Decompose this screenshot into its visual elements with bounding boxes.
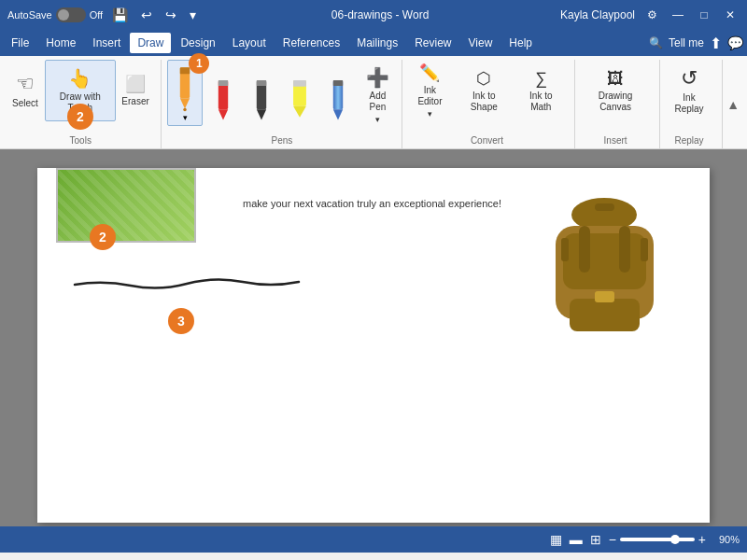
ink-replay-button[interactable]: ↺ Ink Replay bbox=[664, 60, 714, 121]
document-page: 2 make your next vacation truly an excep… bbox=[37, 168, 710, 523]
ink-editor-button[interactable]: ✏️ Ink Editor ▾ bbox=[406, 60, 453, 121]
badge-2: 2 bbox=[67, 104, 93, 130]
convert-group-label: Convert bbox=[406, 133, 567, 148]
menu-draw[interactable]: Draw bbox=[130, 33, 171, 53]
draw-with-touch-button[interactable]: 👆 Draw with Touch 2 bbox=[45, 60, 116, 121]
ink-to-shape-icon: ⬡ bbox=[476, 68, 491, 89]
zoom-plus-button[interactable]: + bbox=[698, 532, 706, 547]
backpack-svg bbox=[528, 187, 682, 350]
pen-1[interactable]: 1 ▾ bbox=[167, 60, 203, 126]
close-button[interactable]: ✕ bbox=[721, 6, 740, 24]
menu-design[interactable]: Design bbox=[173, 33, 222, 53]
svg-point-3 bbox=[184, 108, 187, 111]
ribbon: ☜ Select 👆 Draw with Touch 2 ⬜ Eraser To… bbox=[0, 56, 747, 149]
ink-to-shape-button[interactable]: ⬡ Ink to Shape bbox=[455, 60, 513, 121]
autosave-label: AutoSave bbox=[7, 9, 52, 21]
zoom-control: − + 90% bbox=[609, 532, 740, 547]
pens-items: 1 ▾ bbox=[167, 60, 396, 133]
menu-review[interactable]: Review bbox=[407, 33, 458, 53]
add-pen-button[interactable]: ➕ Add Pen ▾ bbox=[359, 64, 396, 126]
undo-icon[interactable]: ↩ bbox=[137, 6, 156, 24]
select-label: Select bbox=[12, 98, 38, 109]
eraser-icon: ⬜ bbox=[125, 74, 146, 94]
share-icon[interactable]: ⬆ bbox=[710, 35, 722, 52]
pen-2[interactable] bbox=[205, 70, 241, 126]
tell-me-label[interactable]: Tell me bbox=[669, 36, 704, 49]
menu-home[interactable]: Home bbox=[38, 33, 83, 53]
menu-mailings[interactable]: Mailings bbox=[349, 33, 405, 53]
pen-4-highlighter[interactable] bbox=[282, 70, 317, 126]
title-bar-left: AutoSave Off 💾 ↩ ↪ ▾ bbox=[7, 6, 200, 24]
view-icon-1[interactable]: ▦ bbox=[550, 532, 562, 547]
autosave-toggle[interactable] bbox=[56, 7, 86, 22]
step-3-badge: 3 bbox=[168, 308, 194, 334]
settings-icon[interactable]: ⚙ bbox=[642, 6, 661, 24]
svg-rect-18 bbox=[563, 233, 646, 289]
quick-access-more-icon[interactable]: ▾ bbox=[186, 6, 200, 24]
svg-rect-24 bbox=[641, 238, 648, 261]
pen-3[interactable] bbox=[244, 70, 279, 126]
maximize-button[interactable]: □ bbox=[695, 6, 713, 24]
pen-5[interactable] bbox=[320, 70, 356, 126]
select-icon: ☜ bbox=[16, 72, 35, 96]
replay-group-label: Replay bbox=[664, 133, 714, 148]
svg-marker-14 bbox=[333, 109, 343, 119]
autosave-state: Off bbox=[90, 9, 103, 21]
save-icon[interactable]: 💾 bbox=[108, 6, 132, 24]
svg-rect-6 bbox=[218, 80, 228, 86]
menu-references[interactable]: References bbox=[275, 33, 347, 53]
menu-help[interactable]: Help bbox=[501, 33, 540, 53]
pen-1-dropdown[interactable]: ▾ bbox=[183, 113, 188, 122]
menu-file[interactable]: File bbox=[4, 33, 36, 53]
zoom-thumb[interactable] bbox=[670, 535, 680, 544]
ink-to-math-button[interactable]: ∑ Ink to Math bbox=[514, 60, 567, 121]
document-area: 2 make your next vacation truly an excep… bbox=[0, 149, 747, 526]
ink-to-shape-label: Ink to Shape bbox=[461, 91, 506, 113]
autosave-area: AutoSave Off bbox=[7, 7, 103, 22]
ribbon-group-replay: ↺ Ink Replay Replay bbox=[660, 60, 723, 148]
menu-view[interactable]: View bbox=[461, 33, 500, 53]
step-2-badge: 2 bbox=[90, 224, 116, 250]
drawing-canvas-icon: 🖼 bbox=[607, 69, 624, 89]
svg-rect-25 bbox=[595, 203, 614, 211]
pen-4-svg bbox=[287, 74, 313, 122]
ink-to-math-icon: ∑ bbox=[535, 69, 547, 89]
drawing-canvas-label: Drawing Canvas bbox=[585, 91, 644, 113]
view-icon-2[interactable]: ▬ bbox=[570, 532, 583, 547]
svg-marker-11 bbox=[294, 106, 307, 118]
window-controls: ⚙ — □ ✕ bbox=[642, 6, 740, 24]
status-bar: ▦ ▬ ⊞ − + 90% bbox=[0, 526, 747, 553]
username: Kayla Claypool bbox=[560, 8, 635, 21]
select-button[interactable]: ☜ Select bbox=[7, 60, 43, 121]
ink-replay-label: Ink Replay bbox=[670, 92, 708, 115]
minimize-button[interactable]: — bbox=[669, 6, 687, 24]
ink-editor-dropdown[interactable]: ▾ bbox=[428, 109, 432, 119]
touch-icon: 👆 bbox=[68, 67, 92, 90]
svg-marker-5 bbox=[218, 109, 228, 119]
svg-rect-9 bbox=[257, 80, 266, 86]
comment-icon[interactable]: 💬 bbox=[727, 35, 743, 50]
status-right: ▦ ▬ ⊞ − + 90% bbox=[550, 532, 740, 547]
eraser-button[interactable]: ⬜ Eraser bbox=[118, 60, 154, 121]
eraser-label: Eraser bbox=[121, 96, 148, 107]
view-icon-3[interactable]: ⊞ bbox=[590, 532, 601, 547]
menu-layout[interactable]: Layout bbox=[225, 33, 274, 53]
svg-rect-2 bbox=[180, 67, 190, 74]
svg-rect-20 bbox=[579, 226, 590, 273]
replay-items: ↺ Ink Replay bbox=[664, 60, 714, 133]
ribbon-group-insert: 🖼 Drawing Canvas Insert bbox=[575, 60, 659, 148]
svg-rect-23 bbox=[561, 238, 569, 261]
thumbnail-image bbox=[56, 168, 196, 243]
menu-insert[interactable]: Insert bbox=[85, 33, 128, 53]
backpack-image bbox=[528, 187, 682, 350]
ribbon-collapse-button[interactable]: ▲ bbox=[723, 97, 743, 112]
add-pen-dropdown[interactable]: ▾ bbox=[375, 115, 380, 124]
drawing-canvas-button[interactable]: 🖼 Drawing Canvas bbox=[579, 60, 651, 121]
zoom-slider[interactable] bbox=[620, 538, 695, 541]
zoom-minus-button[interactable]: − bbox=[609, 532, 616, 547]
ink-to-math-label: Ink to Math bbox=[521, 91, 560, 113]
redo-icon[interactable]: ↪ bbox=[162, 6, 180, 24]
tools-items: ☜ Select 👆 Draw with Touch 2 ⬜ Eraser bbox=[7, 60, 153, 133]
ribbon-group-tools: ☜ Select 👆 Draw with Touch 2 ⬜ Eraser To… bbox=[4, 60, 162, 148]
pen-3-svg bbox=[248, 74, 275, 122]
